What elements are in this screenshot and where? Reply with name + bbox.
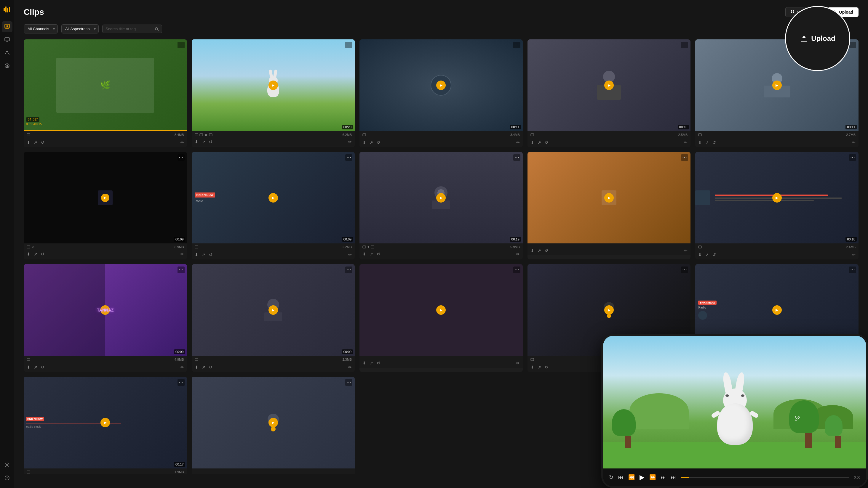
clip-play-btn[interactable]: ▶ <box>772 305 782 315</box>
download-icon[interactable]: ⬇ <box>530 248 534 253</box>
clip-card[interactable]: 00:18 ▶ ⋯ 2.4MB ⬇ ↗ ↺ ✏ <box>695 152 859 260</box>
clip-more-btn[interactable]: ⋯ <box>849 42 856 48</box>
refresh-icon[interactable]: ↺ <box>545 248 548 253</box>
app-logo[interactable] <box>2 5 12 14</box>
edit-icon[interactable]: ✏ <box>348 139 352 144</box>
refresh-icon[interactable]: ↺ <box>545 365 548 369</box>
clip-play-btn[interactable]: ▶ <box>436 305 446 315</box>
share-icon[interactable]: ↗ <box>370 361 373 365</box>
refresh-icon[interactable]: ↺ <box>209 139 213 144</box>
share-icon[interactable]: ↗ <box>202 139 205 144</box>
edit-icon[interactable]: ✏ <box>181 140 184 145</box>
clip-more-btn[interactable]: ⋯ <box>178 266 185 273</box>
clip-more-btn[interactable]: ⋯ <box>178 154 185 161</box>
edit-icon[interactable]: ✏ <box>516 252 520 256</box>
clip-more-btn[interactable]: ⋯ <box>849 266 856 273</box>
sidebar-item-help[interactable]: ? <box>2 473 12 483</box>
clip-more-btn[interactable]: ⋯ <box>345 42 352 48</box>
download-icon[interactable]: ⬇ <box>363 361 366 365</box>
refresh-icon[interactable]: ↺ <box>712 140 716 145</box>
refresh-control[interactable]: ↻ <box>609 474 614 481</box>
skip-back-control[interactable]: ⏮ <box>618 475 623 481</box>
clip-more-btn[interactable]: ⋯ <box>345 154 352 161</box>
share-icon[interactable]: ↗ <box>34 140 37 145</box>
download-icon[interactable]: ⬇ <box>698 252 702 257</box>
share-icon[interactable]: ↗ <box>202 252 205 257</box>
sidebar-item-person[interactable] <box>2 47 12 58</box>
clip-play-btn[interactable]: ▶ <box>269 80 278 90</box>
share-icon[interactable]: ↗ <box>537 140 541 145</box>
download-icon[interactable]: ⬇ <box>530 365 534 369</box>
clip-card[interactable]: 📷 00:11 ▶ ⋯ 3.4MB ⬇ ↗ ↺ ✏ <box>360 39 523 147</box>
upload-circle-highlight[interactable]: Upload <box>785 6 850 71</box>
clip-card[interactable]: 00:19 ▶ ⋯ ⬆ 5.9MB ⬇ ↗ ↺ ✏ <box>360 152 523 260</box>
edit-icon[interactable]: ✏ <box>516 361 520 365</box>
edit-icon[interactable]: ✏ <box>181 252 184 256</box>
clip-more-btn[interactable]: ⋯ <box>681 154 688 161</box>
download-icon[interactable]: ⬇ <box>363 140 366 145</box>
clip-more-btn[interactable]: ⋯ <box>178 379 185 386</box>
clip-more-btn[interactable]: ⋯ <box>178 42 185 48</box>
clip-more-btn[interactable]: ⋯ <box>345 379 352 386</box>
clip-more-btn[interactable]: ⋯ <box>513 266 520 273</box>
clip-play-btn[interactable]: ▶ <box>604 193 614 202</box>
channels-filter[interactable]: All Channels <box>24 24 58 33</box>
refresh-icon[interactable]: ↺ <box>209 365 213 369</box>
refresh-icon[interactable]: ↺ <box>545 140 548 145</box>
refresh-icon[interactable]: ↺ <box>377 361 380 365</box>
aspect-filter[interactable]: All Aspectratio <box>61 24 99 33</box>
share-icon[interactable]: ↗ <box>537 248 541 253</box>
refresh-icon[interactable]: ↺ <box>41 140 44 145</box>
refresh-icon[interactable]: ↺ <box>712 252 716 257</box>
edit-icon[interactable]: ✏ <box>684 140 687 145</box>
search-input[interactable] <box>105 27 153 31</box>
edit-icon[interactable]: ✏ <box>852 252 856 257</box>
clip-play-btn[interactable]: ▶ <box>604 80 614 90</box>
edit-icon[interactable]: ✏ <box>181 365 184 369</box>
clip-play-btn[interactable]: ▶ <box>772 80 782 90</box>
clip-card[interactable]: 00:10 ▶ ⋯ 2.5MB ⬇ ↗ ↺ ✏ <box>527 39 691 147</box>
refresh-icon[interactable]: ↺ <box>377 140 380 145</box>
share-icon[interactable]: ↗ <box>202 365 205 369</box>
edit-icon[interactable]: ✏ <box>852 140 856 145</box>
share-icon[interactable]: ↗ <box>202 473 205 474</box>
progress-bar[interactable] <box>681 477 849 478</box>
download-icon[interactable]: ⬇ <box>195 139 198 144</box>
clip-card[interactable]: BNR NIEUW Radio 00:09 ▶ ⋯ 2.2MB ⬇ ↗ ↺ ✏ <box>192 152 355 260</box>
share-icon[interactable]: ↗ <box>34 252 37 256</box>
sidebar-item-audio[interactable] <box>2 60 12 71</box>
refresh-icon[interactable]: ↺ <box>41 252 44 256</box>
share-icon[interactable]: ↗ <box>370 252 373 256</box>
clip-card[interactable]: ▶ 00:09 ⋯ ✕ 8.9MB ⬇ ↗ ↺ ✏ <box>24 152 187 260</box>
download-icon[interactable]: ⬇ <box>195 252 198 257</box>
edit-icon[interactable]: ✏ <box>348 365 352 369</box>
step-forward-control[interactable]: ⏩ <box>649 474 656 481</box>
clip-play-btn[interactable]: ▶ <box>772 193 782 202</box>
download-icon[interactable]: ⬇ <box>27 252 30 256</box>
clip-card[interactable]: 🌿 54_017 00:15/00:15 ⋯ 8.4MB ⬇ ↗ ↺ <box>24 39 187 147</box>
clip-play-btn[interactable]: ▶ <box>269 193 278 202</box>
refresh-icon[interactable]: ↺ <box>209 252 213 257</box>
skip-forward-control[interactable]: ⏭ <box>660 475 666 481</box>
download-icon[interactable]: ⬇ <box>27 140 30 145</box>
refresh-icon[interactable]: ↺ <box>209 473 213 474</box>
clip-play-btn[interactable]: ▶ <box>604 305 614 315</box>
clip-play-btn-inner[interactable]: ▶ <box>101 194 110 202</box>
refresh-icon[interactable]: ↺ <box>41 365 44 369</box>
share-icon[interactable]: ↗ <box>34 365 37 369</box>
clip-card[interactable]: ▶ ⋯ ⬇ ↗ ↺ ✏ <box>360 264 523 372</box>
clip-card[interactable]: ▶ ⋯ ⬇ ↗ ↺ ✏ <box>192 377 355 474</box>
play-control[interactable]: ▶ <box>640 474 645 481</box>
clip-play-btn[interactable]: ▶ <box>100 418 110 427</box>
download-icon[interactable]: ⬇ <box>195 473 198 474</box>
sidebar-item-settings[interactable] <box>2 460 12 470</box>
clip-card[interactable]: 00:09 ▶ ⋯ 2.3MB ⬇ ↗ ↺ ✏ <box>192 264 355 372</box>
clip-play-btn[interactable]: ▶ <box>436 193 446 202</box>
share-icon[interactable]: ↗ <box>705 252 709 257</box>
clip-card[interactable]: BNR NIEUW Radio Studio 00:17 ▶ ⋯ 1.9MB ⬇… <box>24 377 187 474</box>
clip-play-btn[interactable]: ▶ <box>269 418 278 427</box>
download-icon[interactable]: ⬇ <box>363 252 366 256</box>
download-icon[interactable]: ⬇ <box>530 140 534 145</box>
edit-icon[interactable]: ✏ <box>348 473 352 474</box>
sidebar-item-monitor[interactable] <box>2 34 12 45</box>
